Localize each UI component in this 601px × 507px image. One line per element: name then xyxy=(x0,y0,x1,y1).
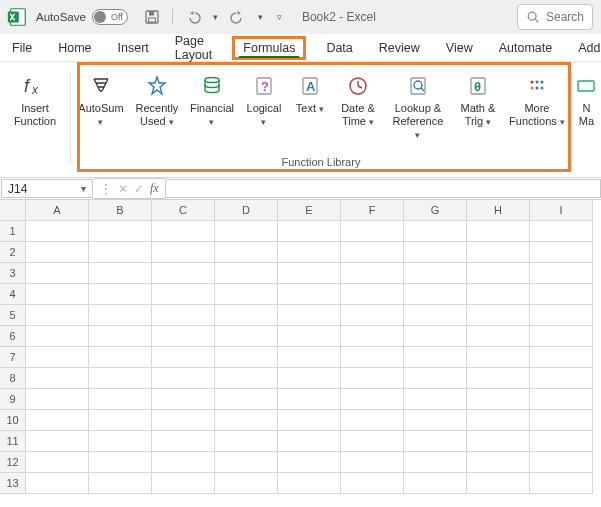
cell[interactable] xyxy=(215,347,278,368)
cell[interactable] xyxy=(341,368,404,389)
column-header[interactable]: B xyxy=(89,200,152,221)
cell[interactable] xyxy=(404,452,467,473)
redo-icon[interactable] xyxy=(228,7,248,27)
cell[interactable] xyxy=(89,473,152,494)
cell[interactable] xyxy=(404,305,467,326)
cell[interactable] xyxy=(530,452,593,473)
cell[interactable] xyxy=(26,263,89,284)
cell[interactable] xyxy=(215,389,278,410)
tab-formulas[interactable]: Formulas xyxy=(232,36,306,60)
cell[interactable] xyxy=(341,431,404,452)
cell[interactable] xyxy=(467,431,530,452)
cell[interactable] xyxy=(530,389,593,410)
cell[interactable] xyxy=(341,284,404,305)
toggle-switch[interactable]: Off xyxy=(92,9,128,25)
cell[interactable] xyxy=(404,347,467,368)
cell[interactable] xyxy=(215,368,278,389)
cell[interactable] xyxy=(467,452,530,473)
cell[interactable] xyxy=(152,431,215,452)
cell[interactable] xyxy=(215,410,278,431)
formula-input[interactable] xyxy=(165,179,601,198)
fl-date-time-button[interactable]: Date &Time ▾ xyxy=(333,68,383,156)
cell[interactable] xyxy=(278,410,341,431)
cell[interactable] xyxy=(215,326,278,347)
cell[interactable] xyxy=(26,221,89,242)
cell[interactable] xyxy=(152,347,215,368)
cell[interactable] xyxy=(278,473,341,494)
cell[interactable] xyxy=(89,263,152,284)
row-header[interactable]: 12 xyxy=(0,452,26,473)
cell[interactable] xyxy=(26,242,89,263)
tab-home[interactable]: Home xyxy=(52,37,97,59)
cell[interactable] xyxy=(404,221,467,242)
enter-icon[interactable]: ✓ xyxy=(134,182,144,196)
cell[interactable] xyxy=(404,368,467,389)
cell[interactable] xyxy=(215,452,278,473)
cell[interactable] xyxy=(530,431,593,452)
cell[interactable] xyxy=(26,305,89,326)
cell[interactable] xyxy=(341,389,404,410)
fx-icon[interactable]: fx xyxy=(150,181,159,196)
cell[interactable] xyxy=(89,389,152,410)
column-header[interactable]: E xyxy=(278,200,341,221)
row-header[interactable]: 3 xyxy=(0,263,26,284)
cell[interactable] xyxy=(26,410,89,431)
cell[interactable] xyxy=(278,389,341,410)
name-manager-button[interactable]: NMa xyxy=(576,68,597,156)
cell[interactable] xyxy=(278,284,341,305)
cell[interactable] xyxy=(89,368,152,389)
redo-dropdown-icon[interactable]: ▾ xyxy=(258,12,263,22)
cell[interactable] xyxy=(89,452,152,473)
cell[interactable] xyxy=(26,326,89,347)
cell[interactable] xyxy=(152,389,215,410)
row-header[interactable]: 9 xyxy=(0,389,26,410)
tab-automate[interactable]: Automate xyxy=(493,37,559,59)
cell[interactable] xyxy=(278,221,341,242)
row-header[interactable]: 7 xyxy=(0,347,26,368)
insert-function-button[interactable]: fx InsertFunction xyxy=(4,68,66,156)
cell[interactable] xyxy=(152,452,215,473)
cell[interactable] xyxy=(89,305,152,326)
cell[interactable] xyxy=(530,326,593,347)
cell[interactable] xyxy=(530,368,593,389)
cell[interactable] xyxy=(278,242,341,263)
cell[interactable] xyxy=(341,473,404,494)
cell[interactable] xyxy=(530,242,593,263)
row-header[interactable]: 13 xyxy=(0,473,26,494)
column-header[interactable]: F xyxy=(341,200,404,221)
cell[interactable] xyxy=(89,431,152,452)
more-icon[interactable]: ⋮ xyxy=(100,182,112,196)
tab-insert[interactable]: Insert xyxy=(112,37,155,59)
cell[interactable] xyxy=(404,326,467,347)
name-box-dropdown-icon[interactable]: ▾ xyxy=(81,183,86,194)
cell[interactable] xyxy=(530,473,593,494)
cell[interactable] xyxy=(215,284,278,305)
cell[interactable] xyxy=(404,242,467,263)
undo-dropdown-icon[interactable]: ▾ xyxy=(213,12,218,22)
tab-file[interactable]: File xyxy=(6,37,38,59)
fl-math-trig-button[interactable]: θMath &Trig ▾ xyxy=(453,68,503,156)
fl-recently-used-button[interactable]: RecentlyUsed ▾ xyxy=(131,68,183,156)
cell[interactable] xyxy=(278,326,341,347)
name-box[interactable]: J14 ▾ xyxy=(1,179,93,198)
tab-view[interactable]: View xyxy=(440,37,479,59)
select-all-corner[interactable] xyxy=(0,200,26,221)
row-header[interactable]: 8 xyxy=(0,368,26,389)
cell[interactable] xyxy=(89,284,152,305)
cell[interactable] xyxy=(152,242,215,263)
cell[interactable] xyxy=(26,368,89,389)
cell[interactable] xyxy=(89,221,152,242)
row-header[interactable]: 11 xyxy=(0,431,26,452)
undo-icon[interactable] xyxy=(183,7,203,27)
row-header[interactable]: 2 xyxy=(0,242,26,263)
row-header[interactable]: 5 xyxy=(0,305,26,326)
row-header[interactable]: 4 xyxy=(0,284,26,305)
cell[interactable] xyxy=(341,242,404,263)
cell[interactable] xyxy=(341,326,404,347)
cell[interactable] xyxy=(341,452,404,473)
column-header[interactable]: C xyxy=(152,200,215,221)
cell[interactable] xyxy=(467,410,530,431)
cell[interactable] xyxy=(152,368,215,389)
cell[interactable] xyxy=(404,431,467,452)
cell[interactable] xyxy=(341,305,404,326)
